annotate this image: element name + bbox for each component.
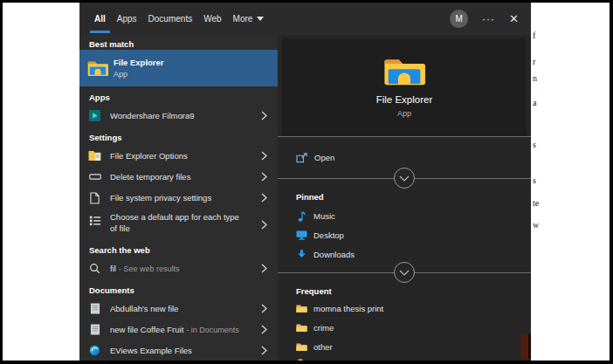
section-documents: Documents (79, 279, 278, 299)
result-file-explorer-options[interactable]: File Explorer Options (79, 146, 278, 166)
download-arrow-icon (296, 248, 307, 261)
folder-icon (296, 340, 307, 354)
pinned-item-desktop[interactable]: Desktop (278, 225, 531, 244)
best-match-subtitle: App (114, 70, 164, 79)
result-file-system-privacy-settings[interactable]: File system privacy settings (79, 188, 278, 208)
chevron-right-icon[interactable] (261, 111, 267, 120)
background-text-fragment: w (533, 220, 539, 230)
file-explorer-icon (87, 59, 108, 77)
tab-web-label: Web (203, 14, 221, 24)
background-text-fragment: s (533, 175, 536, 185)
search-icon (88, 262, 101, 276)
more-options-icon[interactable]: ··· (482, 13, 495, 25)
music-note-icon (296, 209, 307, 223)
pinned-item-label: Music (313, 211, 335, 221)
result-hint: - See web results (119, 264, 180, 273)
storage-bar-icon (88, 170, 101, 184)
avatar-initial: M (455, 14, 462, 24)
document-icon (88, 323, 101, 337)
result-label: new file Coffee Fruit- in Documents (110, 325, 261, 334)
tab-apps[interactable]: Apps (117, 3, 137, 35)
result-delete-temporary-files[interactable]: Delete temporary files (79, 167, 278, 187)
chevron-right-icon[interactable] (261, 220, 267, 230)
chevron-right-icon[interactable] (261, 264, 267, 273)
open-icon (295, 153, 308, 163)
search-flyout: All Apps Documents Web More M ··· ✕ Best… (79, 3, 531, 361)
frequent-item-other[interactable]: other (278, 337, 531, 356)
best-match-text: File Explorer App (114, 58, 164, 79)
expand-pinned-button[interactable] (394, 262, 415, 283)
section-apps: Apps (79, 86, 278, 106)
frequent-item-crime[interactable]: crime (278, 318, 531, 337)
divider-expand (278, 178, 531, 179)
pinned-item-label: Desktop (313, 230, 344, 240)
frequent-item-partial[interactable] (298, 355, 309, 361)
result-hint: - in Documents (186, 326, 239, 334)
background-text-fragment: s (533, 140, 536, 149)
chevron-right-icon[interactable] (261, 193, 267, 203)
result-document-coffee-fruit[interactable]: new file Coffee Fruit- in Documents (79, 319, 278, 340)
preview-app-subtitle: App (397, 109, 411, 118)
tab-documents-label: Documents (148, 14, 193, 24)
app-preview-card: File Explorer App (282, 38, 527, 136)
pinned-item-music[interactable]: Music (278, 206, 531, 225)
result-label: Wondershare Filmora9 (110, 111, 261, 120)
tab-more[interactable]: More (233, 3, 265, 35)
open-label: Open (314, 153, 334, 162)
divider-expand-2 (278, 272, 531, 273)
divider (278, 136, 531, 137)
chevron-right-icon[interactable] (261, 304, 267, 313)
pinned-item-label: Downloads (313, 250, 355, 259)
section-best-match: Best match (79, 35, 278, 50)
search-tabs-bar: All Apps Documents Web More M ··· ✕ (79, 3, 531, 35)
section-search-the-web: Search the web (79, 239, 278, 258)
background-artifact (520, 334, 531, 359)
tab-more-label: More (233, 14, 253, 24)
result-choose-default-app[interactable]: Choose a default app for each type of fi… (79, 209, 278, 238)
pinned-item-downloads[interactable]: Downloads (278, 244, 531, 264)
frequent-item-momna-thesis-print[interactable]: momna thesis print (278, 299, 531, 318)
chevron-down-icon (257, 17, 264, 21)
close-icon[interactable]: ✕ (509, 12, 519, 25)
search-results-body: Best match File Explorer App Apps Wonder… (79, 35, 531, 361)
background-text-fragment: te (533, 198, 539, 208)
file-explorer-icon-large (383, 57, 425, 86)
user-avatar[interactable]: M (450, 10, 468, 28)
expand-actions-button[interactable] (394, 168, 415, 189)
folder-options-icon (88, 149, 101, 163)
best-match-result[interactable]: File Explorer App (79, 50, 278, 86)
results-panel: Best match File Explorer App Apps Wonder… (79, 35, 278, 361)
result-label: Choose a default app for each type of fi… (110, 211, 241, 234)
result-web-search[interactable]: fil- See web results (79, 258, 278, 278)
background-text-fragment: n (533, 73, 537, 83)
tab-web[interactable]: Web (203, 3, 221, 35)
frequent-item-label: other (313, 342, 333, 352)
background-text-fragment: a (533, 98, 536, 107)
chevron-right-icon[interactable] (261, 151, 267, 161)
chevron-down-icon (399, 270, 410, 276)
result-label: File Explorer Options (110, 151, 261, 161)
preview-app-title: File Explorer (376, 94, 433, 105)
desktop-monitor-icon (296, 229, 307, 242)
section-settings: Settings (79, 127, 278, 146)
tab-all[interactable]: All (94, 3, 106, 35)
result-label: File system privacy settings (110, 193, 261, 203)
folder-icon (296, 302, 307, 315)
result-label: EViews Example Files (110, 346, 261, 355)
header-actions: M ··· ✕ (450, 3, 519, 35)
frequent-item-label: momna thesis print (313, 304, 383, 313)
document-outline-icon (88, 191, 101, 205)
chevron-down-icon (399, 175, 410, 182)
result-eviews-example-files[interactable]: EViews Example Files (79, 340, 278, 361)
best-match-title: File Explorer (114, 58, 164, 67)
result-document-abdullah[interactable]: Abdullah's new file (79, 299, 278, 319)
frequent-item-label: crime (313, 323, 334, 333)
background-text-fragment: f (533, 31, 535, 40)
result-wondershare-filmora9[interactable]: Wondershare Filmora9 (79, 106, 278, 126)
tab-apps-label: Apps (117, 14, 137, 24)
chevron-right-icon[interactable] (261, 325, 267, 334)
chevron-right-icon[interactable] (261, 346, 267, 355)
tab-documents[interactable]: Documents (148, 3, 193, 35)
chevron-right-icon[interactable] (261, 172, 267, 182)
result-label: Delete temporary files (110, 172, 261, 182)
